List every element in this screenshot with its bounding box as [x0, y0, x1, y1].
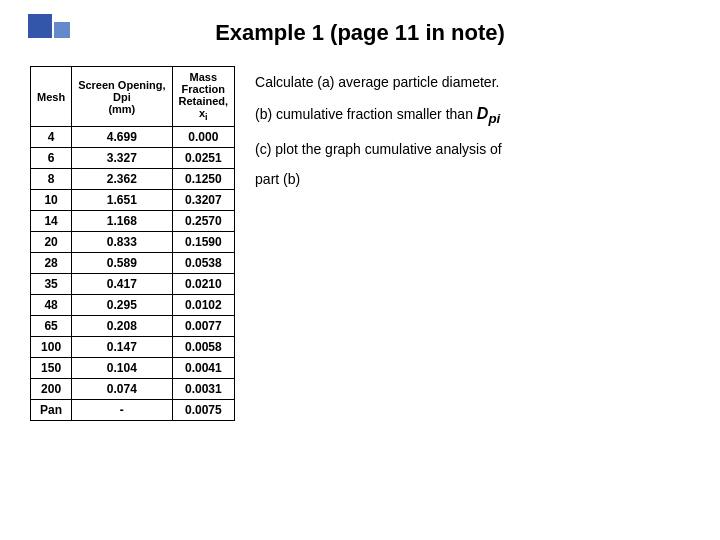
table-row: 82.3620.1250: [31, 169, 235, 190]
small-square: [54, 22, 70, 38]
cell-fraction: 0.0031: [172, 379, 235, 400]
cell-screen: 2.362: [72, 169, 172, 190]
cell-screen: 0.104: [72, 358, 172, 379]
cell-fraction: 0.0251: [172, 148, 235, 169]
table-row: 650.2080.0077: [31, 316, 235, 337]
cell-mesh: 6: [31, 148, 72, 169]
cell-fraction: 0.0075: [172, 400, 235, 421]
cell-mesh: 8: [31, 169, 72, 190]
col-header-screen: Screen Opening,Dpi(mm): [72, 67, 172, 127]
cell-screen: 0.589: [72, 253, 172, 274]
cell-fraction: 0.0102: [172, 295, 235, 316]
cell-fraction: 0.3207: [172, 190, 235, 211]
cell-fraction: 0.0538: [172, 253, 235, 274]
cell-mesh: Pan: [31, 400, 72, 421]
desc-line4: part (b): [255, 168, 690, 190]
table-row: 1000.1470.0058: [31, 337, 235, 358]
cell-screen: 0.295: [72, 295, 172, 316]
data-table-area: Mesh Screen Opening,Dpi(mm) MassFraction…: [30, 66, 235, 421]
cell-fraction: 0.0058: [172, 337, 235, 358]
cell-screen: 0.074: [72, 379, 172, 400]
cell-fraction: 0.0041: [172, 358, 235, 379]
cell-mesh: 14: [31, 211, 72, 232]
cell-mesh: 4: [31, 127, 72, 148]
cell-fraction: 0.2570: [172, 211, 235, 232]
table-row: 141.1680.2570: [31, 211, 235, 232]
cell-mesh: 200: [31, 379, 72, 400]
cell-mesh: 100: [31, 337, 72, 358]
page-title: Example 1 (page 11 in note): [30, 20, 690, 46]
content-area: Mesh Screen Opening,Dpi(mm) MassFraction…: [30, 66, 690, 421]
cell-mesh: 65: [31, 316, 72, 337]
cell-fraction: 0.1590: [172, 232, 235, 253]
big-square: [28, 14, 52, 38]
cell-fraction: 0.0077: [172, 316, 235, 337]
cell-mesh: 20: [31, 232, 72, 253]
cell-mesh: 48: [31, 295, 72, 316]
cell-screen: 0.208: [72, 316, 172, 337]
col-header-mesh: Mesh: [31, 67, 72, 127]
table-row: 350.4170.0210: [31, 274, 235, 295]
cell-screen: 1.168: [72, 211, 172, 232]
cell-mesh: 150: [31, 358, 72, 379]
description-area: Calculate (a) average particle diameter.…: [255, 66, 690, 199]
table-row: 280.5890.0538: [31, 253, 235, 274]
cell-screen: 3.327: [72, 148, 172, 169]
table-row: 101.6510.3207: [31, 190, 235, 211]
table-row: 1500.1040.0041: [31, 358, 235, 379]
cell-screen: 0.833: [72, 232, 172, 253]
table-row: 44.6990.000: [31, 127, 235, 148]
cell-screen: 0.417: [72, 274, 172, 295]
cell-fraction: 0.000: [172, 127, 235, 148]
cell-fraction: 0.1250: [172, 169, 235, 190]
cell-fraction: 0.0210: [172, 274, 235, 295]
cell-screen: 0.147: [72, 337, 172, 358]
cell-mesh: 35: [31, 274, 72, 295]
table-row: Pan-0.0075: [31, 400, 235, 421]
cell-mesh: 28: [31, 253, 72, 274]
desc-line3: (c) plot the graph cumulative analysis o…: [255, 138, 690, 160]
table-row: 2000.0740.0031: [31, 379, 235, 400]
desc-line1: Calculate (a) average particle diameter.: [255, 71, 690, 93]
table-row: 200.8330.1590: [31, 232, 235, 253]
decoration-squares: [28, 14, 70, 38]
cell-mesh: 10: [31, 190, 72, 211]
cell-screen: 4.699: [72, 127, 172, 148]
col-header-fraction: MassFractionRetained,xi: [172, 67, 235, 127]
particle-table: Mesh Screen Opening,Dpi(mm) MassFraction…: [30, 66, 235, 421]
desc-line2: (b) cumulative fraction smaller than Dpi: [255, 101, 690, 130]
table-row: 480.2950.0102: [31, 295, 235, 316]
cell-screen: -: [72, 400, 172, 421]
cell-screen: 1.651: [72, 190, 172, 211]
table-row: 63.3270.0251: [31, 148, 235, 169]
